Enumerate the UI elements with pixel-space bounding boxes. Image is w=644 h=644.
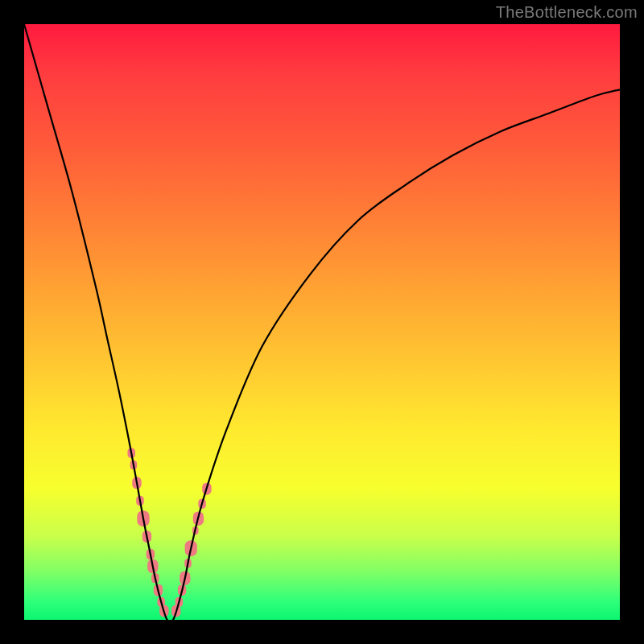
main-curve bbox=[24, 24, 620, 622]
plot-area bbox=[24, 24, 620, 620]
chart-frame: TheBottleneck.com bbox=[0, 0, 644, 644]
watermark-text: TheBottleneck.com bbox=[496, 3, 638, 22]
curve-svg bbox=[24, 24, 620, 620]
marker-layer bbox=[127, 448, 211, 617]
